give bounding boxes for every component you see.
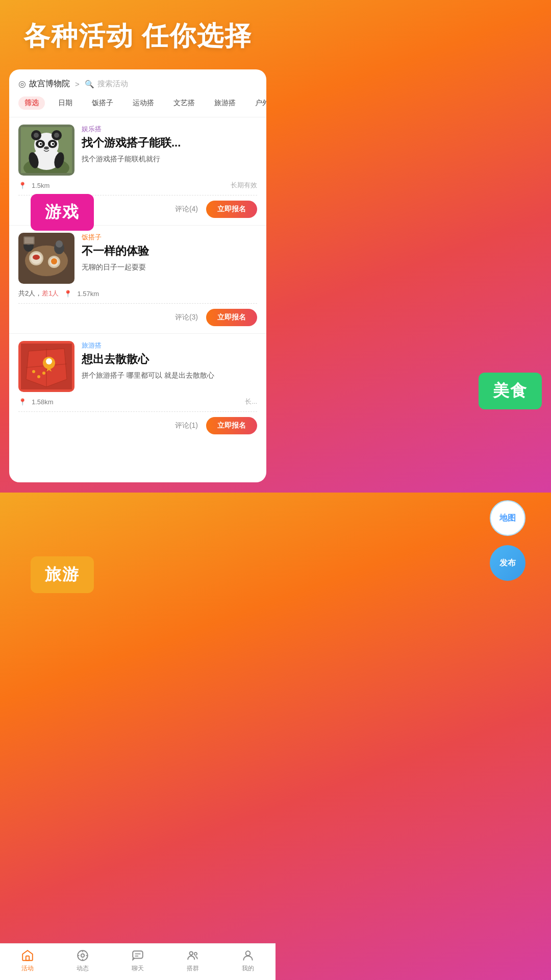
filter-btn-date[interactable]: 日期 — [52, 96, 79, 110]
main-card: ◎ 故宫博物院 > 🔍 搜索活动 筛选 日期 饭搭子 运动搭 文艺搭 旅游搭 户… — [9, 69, 266, 482]
activity-image-1 — [18, 125, 74, 176]
filter-row: 筛选 日期 饭搭子 运动搭 文艺搭 旅游搭 户外搭 — [9, 96, 266, 117]
activity-image-3 — [18, 341, 74, 392]
svg-point-24 — [51, 258, 57, 264]
pin-icon-3: 📍 — [18, 398, 27, 406]
activity-title-1: 找个游戏搭子能联... — [82, 136, 257, 151]
activity-action-2: 评论(3) 立即报名 — [18, 303, 257, 326]
filter-btn-food[interactable]: 饭搭子 — [86, 96, 119, 110]
svg-point-37 — [37, 375, 40, 378]
activity-desc-2: 无聊的日子一起耍耍 — [82, 262, 257, 273]
activity-desc-3: 拼个旅游搭子 哪里都可以 就是出去散散心 — [82, 370, 257, 381]
location-icon: ◎ — [18, 79, 26, 89]
comment-count-1[interactable]: 评论(4) — [175, 205, 198, 214]
distance-1: 1.5km — [32, 182, 49, 189]
signup-btn-3[interactable]: 立即报名 — [206, 417, 257, 434]
svg-point-13 — [52, 143, 54, 145]
activity-info-2: 饭搭子 不一样的体验 无聊的日子一起耍耍 — [82, 233, 257, 273]
signup-btn-2[interactable]: 立即报名 — [206, 309, 257, 326]
comment-count-2[interactable]: 评论(3) — [175, 313, 198, 322]
activity-action-3: 评论(1) 立即报名 — [18, 411, 257, 434]
activity-info-3: 旅游搭 想出去散散心 拼个旅游搭子 哪里都可以 就是出去散散心 — [82, 341, 257, 381]
location-text[interactable]: 故宫博物院 — [29, 79, 70, 89]
activity-meta-3: 📍 1.58km 长... — [18, 397, 257, 406]
svg-point-36 — [32, 370, 35, 373]
pin-icon-1: 📍 — [18, 182, 27, 189]
filter-btn-active[interactable]: 筛选 — [18, 96, 45, 110]
validity-1: 长期有效 — [231, 181, 257, 190]
distance-2: 1.57km — [77, 290, 99, 298]
search-row: ◎ 故宫博物院 > 🔍 搜索活动 — [9, 79, 266, 96]
svg-point-14 — [44, 146, 49, 150]
svg-point-35 — [46, 358, 52, 364]
filter-btn-art[interactable]: 文艺搭 — [167, 96, 201, 110]
floating-badge-game: 游戏 — [31, 194, 94, 231]
filter-btn-outdoor[interactable]: 户外搭 — [249, 96, 266, 110]
pin-icon-2: 📍 — [64, 290, 72, 298]
activity-meta-1: 📍 1.5km 长期有效 — [18, 181, 257, 190]
svg-rect-30 — [24, 237, 34, 243]
activity-title-3: 想出去散散心 — [82, 352, 257, 367]
search-input[interactable]: 搜索活动 — [97, 79, 128, 89]
svg-point-12 — [40, 143, 42, 145]
people-2: 共2人，差1人 — [18, 289, 59, 298]
search-icon: 🔍 — [85, 80, 94, 89]
chevron-icon: > — [75, 80, 80, 88]
filter-btn-travel[interactable]: 旅游搭 — [208, 96, 242, 110]
activity-title-2: 不一样的体验 — [82, 244, 257, 259]
activity-desc-1: 找个游戏搭子能联机就行 — [82, 154, 257, 164]
validity-3: 长... — [245, 397, 257, 406]
svg-point-28 — [56, 240, 63, 248]
activity-tag-3: 旅游搭 — [82, 341, 257, 350]
distance-3: 1.58km — [32, 398, 54, 406]
svg-point-6 — [34, 133, 39, 138]
svg-point-38 — [42, 372, 45, 375]
signup-btn-1[interactable]: 立即报名 — [206, 201, 257, 218]
activity-info-1: 娱乐搭 找个游戏搭子能联... 找个游戏搭子能联机就行 — [82, 125, 257, 164]
activity-item-3: 旅游搭 想出去散散心 拼个旅游搭子 哪里都可以 就是出去散散心 📍 1.58km… — [9, 333, 266, 442]
activity-tag-1: 娱乐搭 — [82, 125, 257, 134]
svg-point-23 — [33, 255, 40, 260]
activity-meta-2: 共2人，差1人 📍 1.57km — [18, 289, 257, 298]
comment-count-3[interactable]: 评论(1) — [175, 421, 198, 430]
activity-item-2: 饭搭子 不一样的体验 无聊的日子一起耍耍 共2人，差1人 📍 1.57km 评论… — [9, 225, 266, 333]
activity-tag-2: 饭搭子 — [82, 233, 257, 242]
filter-btn-sport[interactable]: 运动搭 — [127, 96, 160, 110]
page-title: 各种活动 任你选择 — [0, 0, 276, 69]
svg-point-7 — [54, 133, 59, 138]
activity-image-2 — [18, 233, 74, 284]
